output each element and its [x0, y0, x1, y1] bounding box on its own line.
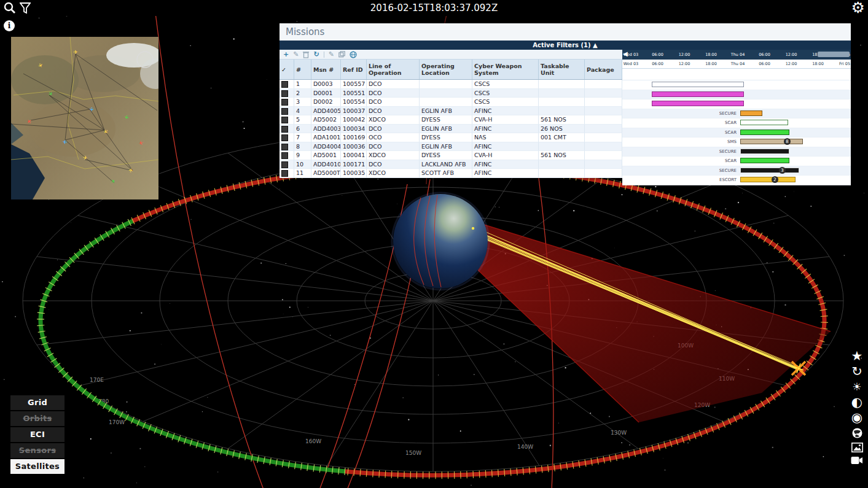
checkbox-box [281, 81, 288, 88]
gantt-bar[interactable] [740, 110, 762, 116]
gantt-header-spacer [622, 69, 851, 80]
screenshot-icon[interactable] [850, 443, 864, 452]
edit-details-icon[interactable]: ✎ [329, 50, 334, 58]
column-header[interactable]: ✓ [280, 60, 294, 79]
mission-row[interactable]: 9AD5001100041XDCODYESSCVA-H561 NOS [280, 151, 622, 160]
mission-row[interactable]: 3D0002100554DCOCSCS [280, 98, 622, 107]
column-header[interactable]: Operating Location [420, 60, 472, 79]
column-header[interactable]: Taskable Unit [539, 60, 585, 79]
cell-pkg [585, 98, 622, 107]
delete-icon[interactable] [303, 51, 309, 58]
row-checkbox[interactable] [280, 80, 294, 89]
gantt-bar[interactable] [740, 158, 789, 163]
cell-msn: AD5002 [311, 115, 341, 125]
favorites-star-icon[interactable]: ★ [850, 351, 864, 362]
mission-row[interactable]: 10ADD4010100171DCOLACKLAND AFBAFINC [280, 160, 622, 169]
contrast-icon[interactable]: ◐ [850, 397, 864, 408]
mission-row[interactable]: 6ADD4003D100034DCOEGLIN AFBAFINC26 NOS [280, 125, 622, 134]
active-filters-bar[interactable]: Active Filters (1) ▲ [280, 41, 851, 50]
row-checkbox[interactable] [280, 133, 294, 142]
column-header[interactable]: Ref ID [341, 60, 367, 79]
missions-panel: Missions Active Filters (1) ▲ + ✎ ↻ ✎ [280, 23, 851, 178]
gantt-bar[interactable] [740, 120, 788, 125]
sun-icon[interactable]: ☀ [850, 381, 864, 393]
cell-msn: ADD4005 [311, 107, 341, 116]
cell-cws: NAS [472, 133, 539, 142]
gantt-bar[interactable]: 2 [740, 177, 796, 182]
cell-pkg [585, 89, 622, 98]
beam-origin [472, 227, 474, 230]
orbit-ring-green[interactable] [41, 221, 345, 471]
cell-op_loc [420, 98, 472, 107]
column-header[interactable]: Cyber Weapon System [472, 60, 539, 79]
gantt-bar[interactable]: 3 [740, 168, 799, 173]
add-icon[interactable]: + [283, 50, 289, 58]
layer-toggle-sensors[interactable]: Sensors [10, 443, 65, 458]
column-header[interactable]: Msn # [311, 60, 341, 79]
copy-icon[interactable] [338, 51, 345, 58]
checkbox-box [281, 108, 288, 115]
cell-pkg [585, 160, 622, 169]
cell-unit [539, 107, 585, 116]
gantt-bar-label: SCAR [622, 158, 737, 163]
mission-row[interactable]: 11AD5000T100035XDCOSCOTT AFBAFINC [280, 169, 622, 178]
row-checkbox[interactable] [280, 125, 294, 134]
row-checkbox[interactable] [280, 115, 294, 125]
column-header[interactable]: # [294, 60, 311, 79]
view-tools: ★ ↻ ☀ ◐ ◉ [850, 351, 864, 465]
gantt-bar[interactable]: 8 [740, 139, 803, 144]
edit-icon[interactable]: ✎ [293, 50, 299, 58]
video-icon[interactable] [850, 456, 864, 465]
globe-icon[interactable] [350, 51, 357, 58]
gantt-bar[interactable] [652, 101, 744, 106]
layer-toggle-orbits[interactable]: Orbits [10, 411, 65, 426]
track-target-icon[interactable]: ◉ [850, 412, 864, 424]
refresh-view-icon[interactable]: ↻ [850, 366, 864, 378]
gantt-pane: ◀ Wed 0306:0012:0018:00Thu 0406:0012:001… [622, 50, 851, 178]
mission-row[interactable]: 8ADD4004100036DCOEGLIN AFBAFINC [280, 142, 622, 152]
row-checkbox[interactable] [280, 107, 294, 116]
mission-row[interactable]: 4ADD4005100037DCOEGLIN AFBAFINC [280, 107, 622, 116]
gantt-bar[interactable] [652, 82, 744, 87]
layer-toggle-satellites[interactable]: Satellites [10, 459, 65, 474]
minimap[interactable]: ✈✈✈✈✈✈✈✈✈✈✈✈ [11, 37, 158, 199]
row-checkbox[interactable] [280, 169, 294, 178]
globe-view-icon[interactable] [850, 427, 864, 439]
refresh-icon[interactable]: ↻ [313, 50, 319, 58]
timeline-scrollbar[interactable] [818, 52, 850, 57]
earth-globe[interactable] [393, 194, 488, 289]
gantt-bar[interactable] [740, 149, 789, 154]
cell-unit [539, 98, 585, 107]
cell-unit: 26 NOS [539, 125, 585, 134]
row-checkbox[interactable] [280, 151, 294, 160]
gantt-bar[interactable] [652, 91, 744, 97]
settings-gear-icon[interactable]: ⚙ [851, 0, 865, 17]
cell-unit [539, 142, 585, 152]
layer-toggle-grid[interactable]: Grid [10, 395, 65, 410]
mission-row[interactable]: 7ADA1001100169OCODYESSNAS001 CMT [280, 133, 622, 142]
cell-ref: 100035 [341, 169, 367, 178]
gantt-row: SCAR [622, 157, 851, 166]
info-icon[interactable]: i [4, 20, 15, 31]
layer-toggle-eci[interactable]: ECI [10, 427, 65, 442]
row-checkbox[interactable] [280, 142, 294, 152]
row-checkbox[interactable] [280, 98, 294, 107]
mission-row[interactable]: 2D0001100551DCOCSCS [280, 89, 622, 98]
cell-loo: XDCO [367, 169, 420, 178]
aircraft-marker[interactable]: ✈ [88, 107, 95, 112]
cell-pkg [585, 80, 622, 89]
column-header[interactable]: Line of Operation [367, 60, 420, 79]
mission-row[interactable]: 5AD5002100042XDCODYESSCVA-H561 NOS [280, 115, 622, 125]
layer-toggle-group: GridOrbitsECISensorsSatellites [10, 395, 65, 475]
cell-unit [539, 169, 585, 178]
row-checkbox[interactable] [280, 160, 294, 169]
timeline-scroll-left-icon[interactable]: ◀ [623, 50, 628, 57]
column-header[interactable]: Package [585, 60, 622, 79]
checkbox-box [281, 161, 288, 168]
aircraft-marker[interactable]: ✈ [73, 49, 78, 55]
cell-cws: AFINC [472, 125, 539, 134]
row-checkbox[interactable] [280, 89, 294, 98]
cell-num: 2 [294, 89, 311, 98]
mission-row[interactable]: 1D0003100557DCOCSCS [280, 80, 622, 89]
gantt-bar[interactable] [740, 130, 789, 135]
